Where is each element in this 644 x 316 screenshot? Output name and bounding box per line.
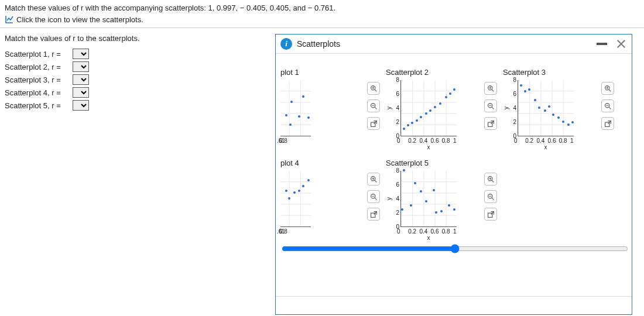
data-point [552,114,554,116]
view-scatterplots-link[interactable]: Click the icon to view the scatterplots. [5,15,639,24]
svg-line-32 [375,198,376,200]
data-point [425,200,427,202]
scatterplot-panel-1: plot 1 .6 0.8 1 [280,68,380,150]
dialog-footer: Print [276,296,632,314]
data-point [416,119,418,122]
svg-line-28 [375,180,376,182]
data-point [420,116,422,118]
data-point [534,99,536,101]
zoom-out-icon[interactable] [484,99,497,112]
data-point [307,116,310,119]
data-point [453,88,455,91]
plot-canvas-5 [400,171,457,227]
data-point [298,190,300,192]
svg-line-23 [609,107,611,109]
data-point [307,179,310,181]
x-axis-ticks: .6 0.8 1 [280,138,311,144]
data-point [285,114,287,116]
svg-line-1 [375,90,376,91]
data-point [298,115,300,118]
scatterplots-dialog: i Scatterplots plot 1 .6 0.8 1 [275,34,632,315]
popout-icon[interactable] [601,117,614,130]
x-axis-label: x [518,144,574,150]
data-point [401,208,403,211]
plot-title: plot 4 [280,159,380,167]
y-axis-ticks: 86420 [392,80,400,136]
data-point [290,101,293,103]
zoom-out-icon[interactable] [484,190,497,203]
data-point [411,122,413,124]
data-point [420,190,422,193]
x-axis-ticks: 00.20.40.60.81 [400,228,457,235]
scatterplot-panel-4: plot 4 .6 0.8 1 [280,159,380,241]
popout-icon[interactable] [367,208,380,221]
data-point [285,190,287,192]
data-point [410,204,412,207]
data-point [439,102,441,105]
data-point [453,208,455,211]
close-icon[interactable] [615,38,627,50]
data-point [538,107,540,109]
data-point [403,128,405,130]
x-axis-ticks: 00.20.40.60.81 [400,138,457,144]
svg-line-19 [609,90,611,91]
zoom-out-icon[interactable] [367,99,380,112]
data-point [288,197,290,200]
plot-canvas-4 [280,171,311,227]
svg-line-5 [375,107,376,109]
plot-title: Scatterplot 2 [386,68,497,77]
data-point [520,84,522,87]
popout-icon[interactable] [367,117,380,130]
data-point [567,123,570,126]
zoom-out-icon[interactable] [601,99,614,112]
scatterplot-1-label: Scatterplot 1, r = [5,50,69,59]
zoom-out-icon[interactable] [367,190,380,203]
plot-title: plot 1 [280,68,380,77]
data-point [289,123,292,126]
zoom-in-icon[interactable] [367,82,380,95]
popout-icon[interactable] [484,208,497,221]
scatterplot-4-select[interactable] [73,87,89,98]
data-point [562,121,564,123]
view-scatterplots-text: Click the icon to view the scatterplots. [16,15,143,24]
plot-title: Scatterplot 5 [386,159,497,167]
dialog-hscrollbar[interactable] [282,246,628,252]
data-point [403,169,405,171]
y-axis-label: y [386,171,392,227]
x-axis-label: x [400,144,457,150]
plot-canvas-1 [280,80,311,136]
y-axis-label: y [503,80,509,136]
scatterplot-5-label: Scatterplot 5, r = [5,101,69,110]
data-point [429,109,431,112]
dialog-body: plot 1 .6 0.8 1 Sc [276,54,632,296]
scatterplot-3-select[interactable] [73,74,89,85]
popout-icon[interactable] [484,117,497,130]
scatterplot-panel-5: Scatterplot 5 y 86420 00.20.40.60.81 x [386,159,497,241]
scatterplot-1-select[interactable] [73,49,89,59]
data-point [557,116,560,119]
data-point [434,106,436,108]
data-point [548,105,550,108]
zoom-in-icon[interactable] [484,173,497,186]
y-axis-ticks: 86420 [509,80,518,136]
data-point [571,121,574,123]
scatterplot-2-select[interactable] [73,61,89,72]
zoom-in-icon[interactable] [367,173,380,186]
plot-title: Scatterplot 3 [503,68,614,77]
zoom-in-icon[interactable] [601,82,614,95]
dialog-header: i Scatterplots [276,35,632,54]
data-point [445,96,447,98]
zoom-in-icon[interactable] [484,82,497,95]
x-axis-ticks: 00.20.40.60.81 [518,138,574,144]
scatterplot-2-label: Scatterplot 2, r = [5,63,69,71]
question-text: Match these values of r with the accompa… [5,4,639,12]
y-axis-ticks: 86420 [392,171,400,227]
scatterplot-panel-2: Scatterplot 2 y 86420 00.20.40.60.81 x [386,68,497,150]
y-axis-label: y [386,80,392,136]
minimize-icon[interactable] [597,43,607,45]
scatterplot-5-select[interactable] [73,100,89,111]
data-point [414,182,416,184]
data-point [448,204,450,207]
data-point [544,109,546,112]
data-point [449,92,451,95]
